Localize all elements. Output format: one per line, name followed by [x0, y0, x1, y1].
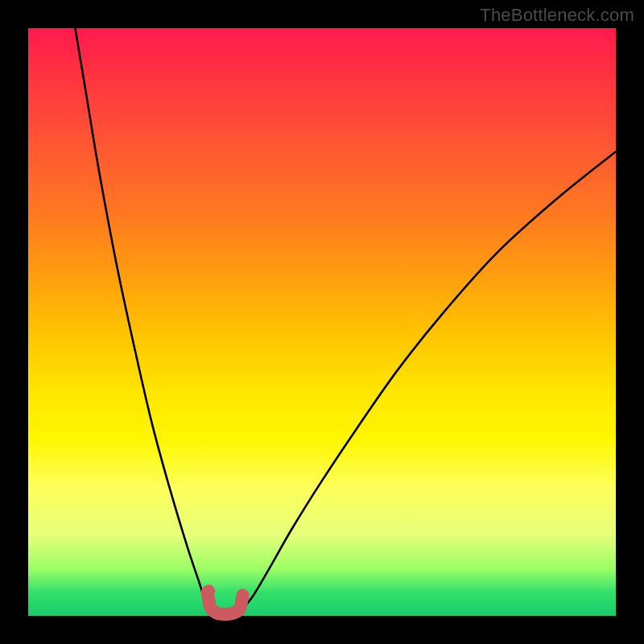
annotations: [202, 584, 215, 597]
svg-point-0: [202, 584, 215, 597]
series-left-branch: [75, 28, 216, 611]
curve-layer: [28, 28, 616, 616]
chart-frame: TheBottleneck.com: [0, 0, 644, 644]
plot-area: [28, 28, 616, 616]
series-right-branch: [240, 151, 616, 611]
watermark-text: TheBottleneck.com: [480, 5, 634, 26]
